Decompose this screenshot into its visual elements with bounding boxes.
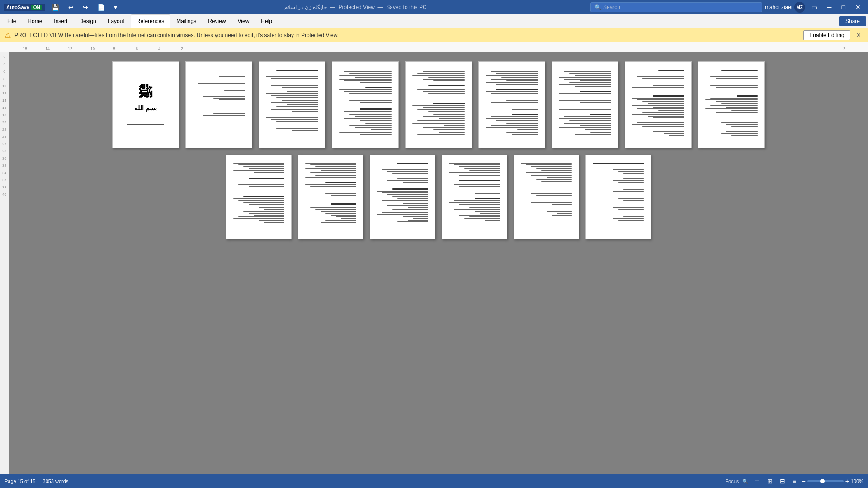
ruler-marks: 18 14 12 10 8 6 4 2 2 — [0, 42, 868, 52]
document-title: جایگاه زن در اسلام — Protected View — Sa… — [121, 4, 590, 10]
tab-insert[interactable]: Insert — [48, 14, 73, 28]
title-bar-right: 🔍 mahdi ziaei MZ ▭ ─ □ ✕ — [590, 2, 864, 13]
undo-button[interactable]: ↩ — [65, 2, 77, 13]
maximize-button[interactable]: □ — [838, 2, 849, 13]
sidebar-mark: 22 — [2, 127, 6, 133]
tab-review[interactable]: Review — [203, 14, 231, 28]
tab-references[interactable]: References — [131, 14, 170, 28]
sidebar-mark: 6 — [3, 69, 5, 75]
page-thumb-5[interactable] — [405, 61, 472, 148]
sidebar-mark: 24 — [2, 134, 6, 140]
warning-icon: ⚠ — [5, 31, 11, 39]
ruler: 18 14 12 10 8 6 4 2 2 — [0, 42, 868, 52]
tab-help[interactable]: Help — [255, 14, 278, 28]
page-thumb-7[interactable] — [552, 61, 618, 148]
focus-icon: 🔍 — [742, 479, 749, 484]
page-thumb-13[interactable] — [442, 155, 507, 239]
page-thumb-11[interactable] — [298, 155, 363, 239]
autosave-toggle[interactable]: ON — [31, 5, 42, 10]
new-doc-button[interactable]: 📄 — [94, 2, 108, 13]
main-content[interactable]: ﷺبسم الله — [9, 52, 868, 474]
title-bar-left: AutoSave ON 💾 ↩ ↪ 📄 ▾ — [4, 2, 121, 13]
sidebar-mark: 12 — [2, 90, 6, 97]
user-name: mahdi ziaei — [765, 4, 793, 10]
zoom-in-button[interactable]: + — [845, 478, 849, 485]
zoom-slider[interactable] — [807, 480, 844, 482]
page-thumb-6[interactable] — [478, 61, 545, 148]
tab-home[interactable]: Home — [22, 14, 47, 28]
page-thumb-1[interactable]: ﷺبسم الله — [112, 61, 179, 148]
sidebar-mark: 40 — [2, 192, 6, 198]
print-layout-view-button[interactable]: ▭ — [752, 477, 762, 486]
page-thumb-3[interactable] — [259, 61, 326, 148]
sidebar-mark: 16 — [2, 105, 6, 111]
word-count: 3053 words — [43, 479, 69, 484]
save-button[interactable]: 💾 — [48, 2, 63, 13]
read-mode-view-button[interactable]: ⊟ — [778, 477, 787, 486]
outline-view-button[interactable]: ≡ — [791, 477, 798, 486]
page-row-2 — [18, 155, 859, 239]
title-bar: AutoSave ON 💾 ↩ ↪ 📄 ▾ جایگاه زن در اسلام… — [0, 0, 868, 14]
sidebar-mark: 26 — [2, 141, 6, 147]
sidebar-mark: 10 — [2, 83, 6, 89]
page-thumb-4[interactable] — [332, 61, 399, 148]
zoom-out-button[interactable]: − — [802, 478, 805, 485]
left-sidebar: 2 4 6 8 10 12 14 16 18 20 22 24 26 28 30… — [0, 52, 9, 479]
web-layout-view-button[interactable]: ⊞ — [765, 477, 774, 486]
tab-file[interactable]: File — [2, 14, 21, 28]
zoom-percent: 100% — [851, 479, 863, 484]
search-icon: 🔍 — [594, 4, 601, 10]
tab-mailings[interactable]: Mailings — [171, 14, 202, 28]
tab-design[interactable]: Design — [74, 14, 101, 28]
zoom-control: − + 100% — [802, 478, 863, 485]
close-button[interactable]: ✕ — [852, 2, 864, 13]
status-bar: Page 15 of 15 3053 words Focus 🔍 ▭ ⊞ ⊟ ≡… — [0, 474, 868, 488]
redo-button[interactable]: ↪ — [79, 2, 92, 13]
app-logo: AutoSave ON — [4, 4, 45, 11]
user-avatar[interactable]: MZ — [794, 2, 805, 13]
sidebar-mark: 32 — [2, 163, 6, 169]
status-right: Focus 🔍 ▭ ⊞ ⊟ ≡ − + 100% — [725, 477, 863, 486]
page-thumb-8[interactable] — [625, 61, 692, 148]
page-thumb-2[interactable] — [185, 61, 252, 148]
tab-layout[interactable]: Layout — [103, 14, 130, 28]
banner-close-button[interactable]: × — [854, 30, 863, 40]
sidebar-mark: 8 — [3, 76, 5, 82]
ribbon-toggle-button[interactable]: ▭ — [808, 2, 821, 13]
page-thumb-10[interactable] — [226, 155, 292, 239]
minimize-button[interactable]: ─ — [824, 2, 835, 13]
sidebar-mark: 34 — [2, 170, 6, 176]
more-button[interactable]: ▾ — [110, 2, 121, 13]
sidebar-mark: 20 — [2, 119, 6, 126]
sidebar-mark: 30 — [2, 155, 6, 162]
cover-logo: ﷺبسم الله — [134, 84, 157, 113]
enable-editing-button[interactable]: Enable Editing — [803, 30, 850, 40]
sidebar-mark: 36 — [2, 177, 6, 183]
page-thumb-12[interactable] — [370, 155, 435, 239]
banner-text: PROTECTED VIEW Be careful—files from the… — [14, 32, 800, 38]
search-bar[interactable]: 🔍 — [590, 2, 762, 12]
tab-view[interactable]: View — [232, 14, 255, 28]
page-thumb-15[interactable] — [585, 155, 651, 239]
app-name: AutoSave — [6, 5, 29, 10]
focus-label: Focus — [725, 479, 739, 484]
sidebar-mark: 14 — [2, 98, 6, 104]
user-info: mahdi ziaei MZ — [765, 2, 805, 13]
protected-view-banner: ⚠ PROTECTED VIEW Be careful—files from t… — [0, 28, 868, 42]
status-left: Page 15 of 15 3053 words — [5, 479, 68, 484]
page-row-1: ﷺبسم الله — [18, 61, 859, 148]
page-thumb-9[interactable] — [698, 61, 765, 148]
search-input[interactable] — [603, 4, 758, 10]
page-thumb-14[interactable] — [514, 155, 579, 239]
zoom-thumb[interactable] — [820, 479, 825, 483]
sidebar-mark: 4 — [3, 61, 5, 68]
sidebar-mark: 18 — [2, 112, 6, 118]
quick-access-toolbar: 💾 ↩ ↪ 📄 ▾ — [48, 2, 121, 13]
sidebar-mark: 2 — [3, 54, 5, 61]
sidebar-mark: 38 — [2, 184, 6, 191]
page-info: Page 15 of 15 — [5, 479, 36, 484]
share-button[interactable]: Share — [839, 16, 866, 26]
ribbon: File Home Insert Design Layout Reference… — [0, 14, 868, 28]
sidebar-mark: 28 — [2, 148, 6, 155]
